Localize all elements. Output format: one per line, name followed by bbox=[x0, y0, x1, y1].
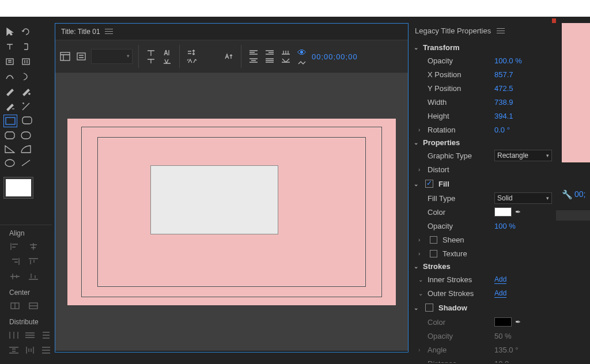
rotate-tool-icon[interactable] bbox=[20, 26, 32, 37]
center-label: Center bbox=[0, 285, 52, 299]
width-value[interactable]: 738.9 bbox=[494, 98, 513, 107]
vertical-area-type-tool-icon[interactable] bbox=[20, 56, 32, 67]
align-left-icon[interactable] bbox=[8, 241, 22, 252]
svg-point-5 bbox=[5, 160, 14, 166]
fill-swatch[interactable] bbox=[3, 177, 33, 199]
wrench-icon[interactable]: 🔧 bbox=[562, 189, 573, 200]
roll-crawl-icon[interactable] bbox=[75, 45, 88, 68]
height-label: Height bbox=[428, 112, 491, 120]
rectangle-shape-icon[interactable] bbox=[3, 115, 17, 127]
delete-anchor-tool-icon[interactable] bbox=[3, 101, 16, 112]
distribute-v2-icon[interactable] bbox=[24, 344, 36, 356]
shadow-color-swatch[interactable] bbox=[494, 317, 512, 327]
timecode-display[interactable]: 00;00;00;00 bbox=[312, 52, 358, 61]
properties-panel-menu-icon[interactable] bbox=[497, 28, 505, 35]
distribute-h1-icon[interactable] bbox=[8, 329, 20, 341]
drawn-rectangle[interactable] bbox=[151, 166, 278, 234]
distribute-h2-icon[interactable] bbox=[24, 329, 36, 341]
shadow-angle-label: Angle bbox=[428, 346, 491, 354]
type-size-group-icon[interactable] bbox=[145, 45, 157, 68]
yposition-value[interactable]: 472.5 bbox=[494, 84, 513, 93]
pen-tool-icon[interactable] bbox=[3, 86, 16, 97]
wedge-shape-icon[interactable] bbox=[3, 143, 16, 155]
center-vertical-icon[interactable] bbox=[27, 300, 40, 312]
canvas-area[interactable] bbox=[55, 73, 408, 351]
shadow-group[interactable]: ⌄ Shadow bbox=[414, 300, 554, 315]
texture-checkbox[interactable] bbox=[430, 250, 437, 257]
shadow-distance-value: 10.0 bbox=[494, 359, 509, 363]
distribute-v3-icon[interactable] bbox=[40, 344, 52, 356]
baseline-shift-icon[interactable] bbox=[222, 45, 235, 68]
shadow-color-label: Color bbox=[428, 318, 491, 327]
timeline-track-strip bbox=[556, 210, 590, 221]
rotation-value[interactable]: 0.0 ° bbox=[494, 126, 510, 134]
align-vcenter-icon[interactable] bbox=[8, 271, 22, 282]
line-shape-icon[interactable] bbox=[20, 157, 32, 169]
shadow-checkbox[interactable] bbox=[425, 304, 433, 312]
svg-rect-0 bbox=[6, 59, 13, 65]
title-canvas[interactable] bbox=[67, 119, 396, 305]
properties-panel-title: Legacy Title Properties bbox=[415, 23, 491, 39]
align-panel: Align Center Distribute bbox=[0, 225, 52, 358]
area-type-tool-icon[interactable] bbox=[3, 56, 16, 67]
xposition-value[interactable]: 857.7 bbox=[494, 70, 513, 79]
vertical-type-tool-icon[interactable] bbox=[20, 41, 32, 52]
type-tool-icon[interactable] bbox=[3, 41, 16, 52]
graphic-type-dropdown[interactable]: Rectangle▾ bbox=[494, 150, 552, 161]
svg-rect-8 bbox=[60, 52, 70, 60]
fill-type-dropdown[interactable]: Solid▾ bbox=[494, 192, 552, 204]
opacity-value[interactable]: 100.0 % bbox=[494, 56, 522, 65]
distort-label: Distort bbox=[428, 165, 491, 174]
panel-menu-icon[interactable] bbox=[105, 28, 113, 35]
outer-strokes-add[interactable]: Add bbox=[494, 289, 506, 298]
paragraph-align-group2-icon[interactable] bbox=[263, 45, 276, 68]
sheen-checkbox[interactable] bbox=[430, 236, 437, 244]
paragraph-align-group-icon[interactable] bbox=[247, 45, 260, 68]
vertical-path-type-tool-icon[interactable] bbox=[20, 71, 32, 82]
leading-kerning-group-icon[interactable] bbox=[186, 45, 198, 68]
fill-color-swatch[interactable] bbox=[494, 207, 512, 217]
sheen-label: Sheen bbox=[442, 236, 489, 244]
align-top-icon[interactable] bbox=[27, 256, 40, 267]
round-rectangle-shape-icon[interactable] bbox=[20, 130, 32, 141]
show-video-icon[interactable]: 👁 bbox=[296, 45, 308, 68]
properties-group[interactable]: ⌄Properties bbox=[414, 136, 554, 149]
svg-rect-9 bbox=[77, 53, 85, 60]
transform-group[interactable]: ⌄Transform bbox=[414, 41, 554, 54]
convert-anchor-tool-icon[interactable] bbox=[20, 101, 32, 112]
tab-stops-group-icon[interactable] bbox=[279, 45, 292, 68]
program-monitor-thumbnail bbox=[562, 23, 590, 162]
align-bottom-icon[interactable] bbox=[27, 271, 40, 282]
selection-tool-icon[interactable] bbox=[3, 26, 16, 37]
fill-opacity-label: Opacity bbox=[428, 222, 491, 230]
fill-group[interactable]: ⌄ Fill bbox=[414, 176, 554, 191]
fill-checkbox[interactable] bbox=[425, 180, 433, 188]
align-label: Align bbox=[0, 225, 52, 240]
clipped-rectangle-shape-icon[interactable] bbox=[3, 130, 16, 141]
texture-label: Texture bbox=[442, 249, 489, 258]
font-family-dropdown[interactable]: ▾ bbox=[91, 49, 133, 64]
center-horizontal-icon[interactable] bbox=[8, 300, 22, 312]
inner-strokes-add[interactable]: Add bbox=[494, 275, 506, 284]
fill-type-label: Fill Type bbox=[428, 194, 491, 203]
fill-opacity-value[interactable]: 100 % bbox=[494, 222, 516, 230]
panel-title: Title: Title 01 bbox=[61, 24, 100, 40]
height-value[interactable]: 394.1 bbox=[494, 112, 513, 120]
ellipse-shape-icon[interactable] bbox=[3, 157, 16, 169]
align-hcenter-icon[interactable] bbox=[27, 241, 40, 252]
type-style-group-icon[interactable] bbox=[161, 45, 173, 68]
distribute-h3-icon[interactable] bbox=[40, 329, 52, 341]
eyedropper-icon[interactable]: ✒ bbox=[515, 208, 521, 216]
distribute-v1-icon[interactable] bbox=[8, 344, 20, 356]
shadow-eyedropper-icon[interactable]: ✒ bbox=[515, 318, 521, 326]
template-icon[interactable] bbox=[59, 45, 71, 68]
strokes-group[interactable]: ⌄Strokes bbox=[414, 260, 554, 272]
add-anchor-tool-icon[interactable] bbox=[20, 86, 32, 97]
arc-shape-icon[interactable] bbox=[20, 143, 32, 155]
shadow-angle-value: 135.0 ° bbox=[494, 346, 518, 354]
svg-rect-4 bbox=[21, 132, 31, 139]
svg-rect-3 bbox=[22, 117, 32, 124]
align-right-icon[interactable] bbox=[8, 256, 22, 267]
path-type-tool-icon[interactable] bbox=[3, 71, 16, 82]
rounded-rectangle-shape-icon[interactable] bbox=[21, 115, 33, 126]
